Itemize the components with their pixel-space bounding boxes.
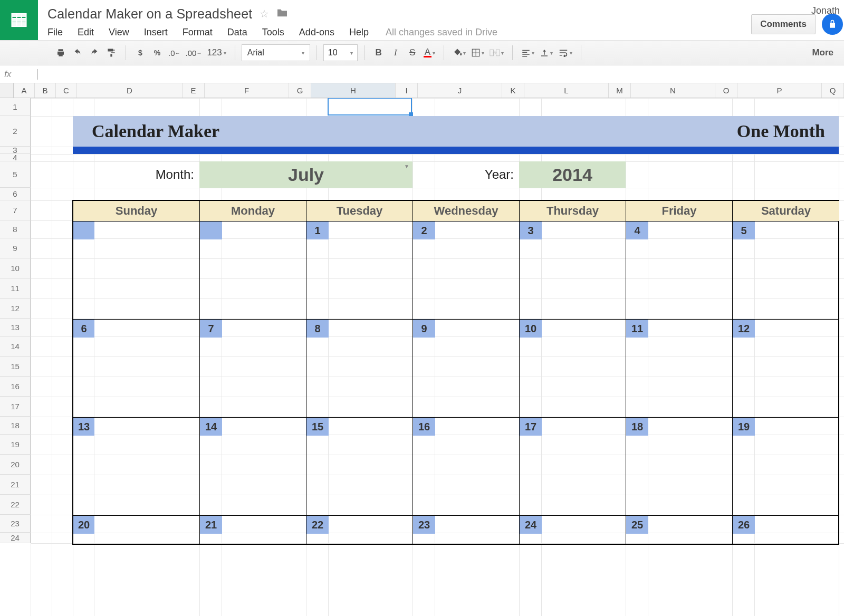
row-header-20[interactable]: 20: [0, 455, 31, 475]
col-header-E[interactable]: E: [183, 83, 205, 98]
row-header-10[interactable]: 10: [0, 258, 31, 278]
more-button[interactable]: More: [812, 47, 838, 58]
calendar-day[interactable]: 18: [626, 418, 733, 515]
text-color-button[interactable]: A▾: [421, 44, 437, 61]
col-header-G[interactable]: G: [289, 83, 311, 98]
row-header-5[interactable]: 5: [0, 161, 31, 188]
calendar-day[interactable]: 12: [733, 320, 839, 417]
col-header-Q[interactable]: Q: [822, 83, 844, 98]
print-button[interactable]: [53, 44, 69, 61]
year-input[interactable]: 2014: [519, 161, 626, 188]
calendar-day[interactable]: 1: [306, 222, 413, 319]
row-header-13[interactable]: 13: [0, 319, 31, 336]
calendar-day[interactable]: 23: [413, 516, 520, 544]
menu-edit[interactable]: Edit: [70, 24, 101, 41]
calendar-day[interactable]: 15: [306, 418, 413, 515]
col-header-K[interactable]: K: [502, 83, 524, 98]
row-header-19[interactable]: 19: [0, 435, 31, 455]
paint-format-button[interactable]: [103, 44, 119, 61]
v-align-button[interactable]: ▾: [538, 44, 555, 61]
text-wrap-button[interactable]: ▾: [556, 44, 574, 61]
calendar-day[interactable]: 25: [626, 516, 733, 544]
row-header-18[interactable]: 18: [0, 417, 31, 435]
formula-bar[interactable]: fx: [0, 65, 844, 83]
percent-button[interactable]: %: [149, 44, 165, 61]
col-header-I[interactable]: I: [396, 83, 418, 98]
fill-color-button[interactable]: ▾: [450, 44, 468, 61]
row-header-6[interactable]: 6: [0, 188, 31, 200]
menu-data[interactable]: Data: [220, 24, 255, 41]
row-header-1[interactable]: 1: [0, 98, 31, 116]
calendar-day[interactable]: 19: [733, 418, 839, 515]
currency-button[interactable]: $: [132, 44, 148, 61]
row-header-16[interactable]: 16: [0, 377, 31, 397]
row-header-24[interactable]: 24: [0, 533, 31, 543]
calendar-day[interactable]: 13: [73, 418, 200, 515]
row-header-9[interactable]: 9: [0, 238, 31, 258]
calendar-day[interactable]: 5: [733, 222, 839, 319]
menu-file[interactable]: File: [47, 24, 70, 41]
calendar-day[interactable]: 14: [200, 418, 306, 515]
row-header-12[interactable]: 12: [0, 299, 31, 319]
col-header-M[interactable]: M: [609, 83, 631, 98]
col-header-H[interactable]: H: [311, 83, 396, 98]
col-header-J[interactable]: J: [418, 83, 502, 98]
row-header-4[interactable]: 4: [0, 154, 31, 161]
calendar-day[interactable]: 3: [520, 222, 626, 319]
col-header-P[interactable]: P: [737, 83, 822, 98]
col-header-A[interactable]: A: [14, 83, 35, 98]
calendar-day[interactable]: 22: [306, 516, 413, 544]
share-button[interactable]: [822, 14, 843, 35]
row-header-23[interactable]: 23: [0, 515, 31, 533]
calendar-day[interactable]: 2: [413, 222, 520, 319]
calendar-day[interactable]: 17: [520, 418, 626, 515]
borders-button[interactable]: ▾: [469, 44, 486, 61]
menu-help[interactable]: Help: [342, 24, 376, 41]
font-selector[interactable]: Arial▾: [242, 44, 310, 61]
decrease-decimal-button[interactable]: .0←: [166, 44, 183, 61]
strikethrough-button[interactable]: S: [405, 44, 420, 61]
calendar-day[interactable]: 26: [733, 516, 839, 544]
calendar-day[interactable]: 4: [626, 222, 733, 319]
row-header-21[interactable]: 21: [0, 475, 31, 495]
number-format-button[interactable]: 123▾: [205, 44, 228, 61]
col-header-N[interactable]: N: [631, 83, 715, 98]
row-header-15[interactable]: 15: [0, 357, 31, 377]
row-header-7[interactable]: 7: [0, 200, 31, 220]
spreadsheet-grid[interactable]: ABCDEFGHIJKLMNOPQ Calendar MakerOne Mont…: [0, 83, 844, 616]
calendar-day[interactable]: 7: [200, 320, 306, 417]
merge-cells-button[interactable]: ▾: [487, 44, 506, 61]
month-selector[interactable]: July▼: [199, 161, 413, 188]
font-size-selector[interactable]: 10▾: [323, 44, 358, 61]
calendar-day[interactable]: [200, 222, 306, 319]
menu-format[interactable]: Format: [175, 24, 220, 41]
col-header-F[interactable]: F: [205, 83, 289, 98]
row-header-11[interactable]: 11: [0, 278, 31, 299]
select-all-corner[interactable]: [0, 83, 14, 98]
calendar-day[interactable]: [73, 222, 200, 319]
sheets-logo[interactable]: [0, 0, 38, 40]
calendar-day[interactable]: 16: [413, 418, 520, 515]
col-header-D[interactable]: D: [77, 83, 183, 98]
bold-button[interactable]: B: [371, 44, 387, 61]
row-header-14[interactable]: 14: [0, 336, 31, 357]
col-header-C[interactable]: C: [56, 83, 77, 98]
folder-icon[interactable]: [276, 8, 288, 20]
row-header-8[interactable]: 8: [0, 220, 31, 238]
calendar-day[interactable]: 8: [306, 320, 413, 417]
document-title[interactable]: Calendar Maker on a Spreadsheet: [47, 6, 252, 22]
calendar-day[interactable]: 10: [520, 320, 626, 417]
menu-tools[interactable]: Tools: [255, 24, 292, 41]
col-header-L[interactable]: L: [524, 83, 609, 98]
star-icon[interactable]: ☆: [260, 7, 269, 20]
comments-button[interactable]: Comments: [751, 14, 816, 34]
calendar-day[interactable]: 21: [200, 516, 306, 544]
calendar-day[interactable]: 6: [73, 320, 200, 417]
redo-button[interactable]: [87, 44, 102, 61]
row-header-2[interactable]: 2: [0, 116, 31, 147]
row-header-17[interactable]: 17: [0, 397, 31, 417]
menu-add-ons[interactable]: Add-ons: [292, 24, 342, 41]
undo-button[interactable]: [70, 44, 85, 61]
col-header-B[interactable]: B: [35, 83, 56, 98]
calendar-day[interactable]: 20: [73, 516, 200, 544]
